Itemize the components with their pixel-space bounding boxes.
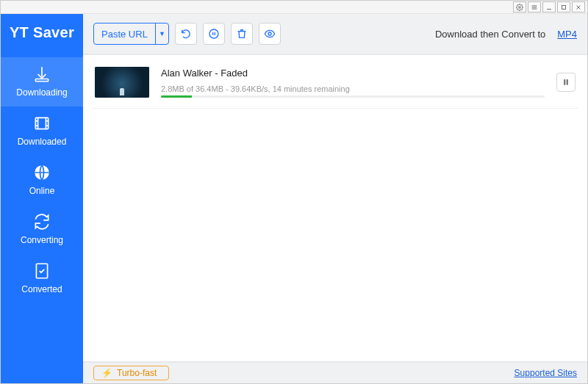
svg-point-21	[268, 32, 271, 35]
supported-sites-link[interactable]: Supported Sites	[514, 368, 577, 378]
progress-bar	[161, 95, 545, 98]
sidebar-item-downloaded[interactable]: Downloaded	[1, 106, 83, 156]
download-status: 2.8MB of 36.4MB - 39.64KB/s, 14 minutes …	[161, 84, 545, 93]
turbo-fast-button[interactable]: ⚡ Turbo-fast	[93, 366, 169, 380]
film-icon	[32, 114, 51, 133]
delete-button[interactable]	[231, 23, 253, 45]
sidebar-item-label: Converted	[21, 284, 62, 294]
download-thumbnail	[95, 67, 149, 98]
svg-point-18	[209, 29, 218, 38]
pause-item-button[interactable]	[556, 73, 576, 92]
svg-rect-22	[564, 80, 566, 85]
minimize-button[interactable]	[542, 1, 556, 12]
settings-button[interactable]	[513, 1, 526, 12]
close-icon	[575, 4, 582, 11]
svg-point-0	[519, 6, 521, 8]
pause-icon	[562, 78, 570, 87]
trash-icon	[236, 28, 248, 40]
turbo-label: Turbo-fast	[117, 368, 157, 378]
download-item: Alan Walker - Faded 2.8MB of 36.4MB - 39…	[92, 62, 578, 109]
sidebar-item-label: Downloaded	[18, 137, 67, 147]
svg-rect-8	[35, 79, 48, 81]
convert-format-link[interactable]: MP4	[557, 29, 577, 40]
convert-label: Download then Convert to	[435, 29, 545, 40]
paste-url-button[interactable]: Paste URL ▼	[93, 23, 169, 45]
sidebar-item-online[interactable]: Online	[1, 156, 83, 205]
maximize-icon	[560, 4, 567, 11]
eye-icon	[264, 28, 276, 40]
sidebar-item-converting[interactable]: Converting	[1, 205, 83, 254]
document-check-icon	[32, 261, 51, 280]
title-bar	[1, 1, 587, 14]
app-logo: YT Saver	[10, 24, 74, 41]
paste-url-label: Paste URL	[94, 23, 155, 44]
maximize-button[interactable]	[557, 1, 570, 12]
close-button[interactable]	[572, 1, 585, 12]
app-body: YT Saver Downloading Downloaded Online C…	[1, 14, 587, 383]
download-list: Alan Walker - Faded 2.8MB of 36.4MB - 39…	[83, 55, 587, 361]
sidebar: YT Saver Downloading Downloaded Online C…	[1, 14, 83, 383]
preview-button[interactable]	[259, 23, 281, 45]
resume-all-button[interactable]	[175, 23, 197, 45]
minimize-icon	[545, 4, 553, 11]
sidebar-item-downloading[interactable]: Downloading	[1, 57, 83, 106]
toolbar: Paste URL ▼ Download then Convert to MP4	[83, 14, 587, 55]
download-title: Alan Walker - Faded	[161, 68, 545, 79]
app-window: YT Saver Downloading Downloaded Online C…	[0, 0, 588, 384]
globe-icon	[32, 163, 51, 182]
main-area: Paste URL ▼ Download then Convert to MP4	[83, 14, 587, 383]
download-info: Alan Walker - Faded 2.8MB of 36.4MB - 39…	[161, 68, 545, 98]
undo-icon	[180, 28, 192, 40]
bolt-icon: ⚡	[101, 368, 112, 378]
progress-fill	[161, 95, 192, 98]
download-icon	[32, 65, 51, 84]
gear-icon	[516, 4, 523, 11]
pause-all-button[interactable]	[203, 23, 225, 45]
svg-rect-23	[567, 80, 568, 85]
refresh-icon	[32, 212, 51, 231]
hamburger-icon	[531, 4, 538, 11]
paste-url-dropdown[interactable]: ▼	[155, 23, 168, 44]
sidebar-item-converted[interactable]: Converted	[1, 254, 83, 303]
sidebar-item-label: Converting	[21, 235, 63, 245]
sidebar-item-label: Online	[29, 186, 55, 196]
status-bar: ⚡ Turbo-fast Supported Sites	[83, 361, 587, 383]
svg-rect-5	[562, 5, 566, 9]
sidebar-item-label: Downloading	[16, 87, 67, 98]
pause-circle-icon	[208, 28, 220, 40]
menu-button[interactable]	[528, 1, 541, 12]
